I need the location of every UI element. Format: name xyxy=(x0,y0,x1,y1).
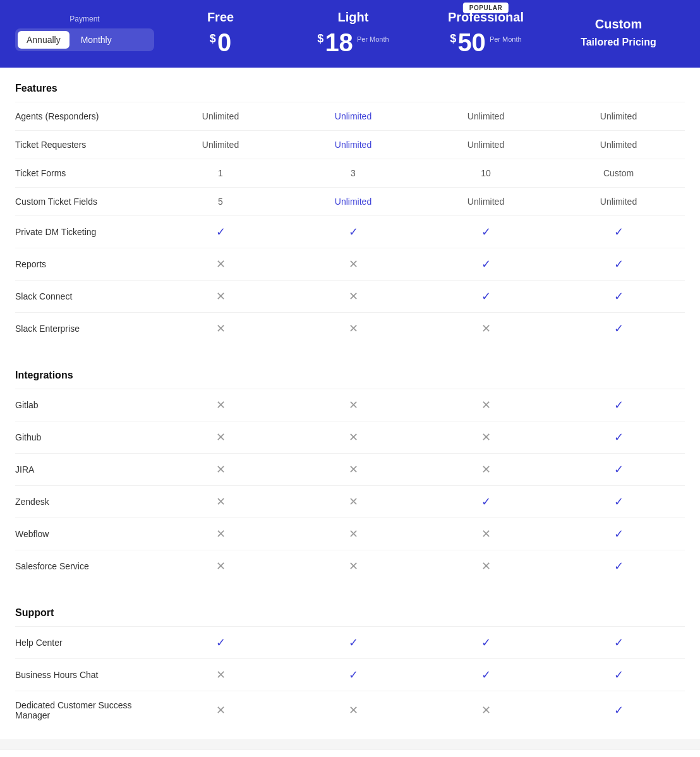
check-icon: ✓ xyxy=(614,495,624,509)
feature-cell: ✕ xyxy=(287,495,419,509)
feature-cell: ✕ xyxy=(154,322,287,336)
feature-row: Salesforce Service ✕ ✕ ✕ ✓ xyxy=(15,550,685,582)
payment-section: Payment Annually Monthly xyxy=(15,15,154,51)
feature-cell: ✕ xyxy=(419,559,552,573)
feature-value: Unlimited xyxy=(600,140,637,150)
feature-value: Unlimited xyxy=(335,111,371,121)
x-icon: ✕ xyxy=(481,703,491,717)
features-table: Features Agents (Responders) Unlimited U… xyxy=(0,68,700,739)
feature-cell: 5 xyxy=(154,197,287,207)
feature-cell: ✓ xyxy=(419,636,552,650)
feature-cell: ✓ xyxy=(287,225,419,239)
feature-value: 10 xyxy=(481,168,491,178)
x-icon: ✕ xyxy=(216,668,226,682)
feature-value: Unlimited xyxy=(468,197,504,207)
feature-row: Webflow ✕ ✕ ✕ ✓ xyxy=(15,518,685,550)
feature-cell: ✓ xyxy=(552,322,685,336)
check-icon: ✓ xyxy=(481,289,491,303)
section-support: Support xyxy=(15,592,685,626)
feature-cell: ✓ xyxy=(552,668,685,682)
feature-cell: ✓ xyxy=(552,703,685,717)
feature-cell: ✓ xyxy=(552,430,685,444)
check-icon: ✓ xyxy=(216,225,226,239)
check-icon: ✓ xyxy=(614,322,624,336)
x-icon: ✕ xyxy=(349,430,358,444)
feature-cell: ✓ xyxy=(552,289,685,303)
feature-name: Slack Enterprise xyxy=(15,324,154,334)
price-amount: 50 xyxy=(457,30,486,55)
x-icon: ✕ xyxy=(216,289,226,303)
feature-cell: ✕ xyxy=(287,703,419,717)
feature-cell: ✕ xyxy=(287,463,419,476)
feature-value: Unlimited xyxy=(335,197,371,207)
feature-name: Private DM Ticketing xyxy=(15,227,154,237)
payment-label: Payment xyxy=(15,15,154,23)
feature-cell: ✓ xyxy=(552,559,685,573)
x-icon: ✕ xyxy=(349,463,358,476)
check-icon: ✓ xyxy=(614,430,624,444)
feature-cell: Unlimited xyxy=(287,197,419,207)
feature-name: Webflow xyxy=(15,529,154,539)
price-amount: 0 xyxy=(217,30,231,55)
feature-cell: ✕ xyxy=(154,559,287,573)
section-title: Integrations xyxy=(15,354,154,389)
plan-header-light: Light $ 18 Per Month xyxy=(287,10,419,55)
feature-cell: Custom xyxy=(552,168,685,178)
x-icon: ✕ xyxy=(216,322,226,336)
feature-cell: ✕ xyxy=(154,257,287,271)
feature-row: Ticket Forms 1 3 10 Custom xyxy=(15,159,685,187)
section-spacer xyxy=(15,582,685,592)
feature-cell: ✕ xyxy=(154,398,287,412)
plan-price: $ 0 xyxy=(154,30,287,55)
feature-value: Unlimited xyxy=(600,111,637,121)
feature-row: Dedicated Customer Success Manager ✕ ✕ ✕… xyxy=(15,691,685,729)
section-spacer xyxy=(15,729,685,739)
price-dollar: $ xyxy=(210,32,216,45)
x-icon: ✕ xyxy=(216,430,226,444)
feature-row: Agents (Responders) Unlimited Unlimited … xyxy=(15,102,685,130)
feature-name: Slack Connect xyxy=(15,291,154,301)
feature-cell: ✕ xyxy=(419,322,552,336)
feature-cell: ✕ xyxy=(419,430,552,444)
feature-row: Slack Connect ✕ ✕ ✓ ✓ xyxy=(15,280,685,312)
feature-cell: ✓ xyxy=(154,636,287,650)
feature-row: Reports ✕ ✕ ✓ ✓ xyxy=(15,248,685,280)
feature-cell: Unlimited xyxy=(287,140,419,150)
feature-cell: ✓ xyxy=(419,495,552,509)
section-spacer xyxy=(15,344,685,354)
feature-cell: ✓ xyxy=(419,257,552,271)
monthly-toggle[interactable]: Monthly xyxy=(72,31,121,49)
price-dollar: $ xyxy=(450,32,456,45)
feature-name: Business Hours Chat xyxy=(15,670,154,680)
feature-row: Ticket Requesters Unlimited Unlimited Un… xyxy=(15,130,685,159)
check-icon: ✓ xyxy=(481,225,491,239)
x-icon: ✕ xyxy=(349,703,358,717)
check-icon: ✓ xyxy=(614,257,624,271)
feature-cell: Unlimited xyxy=(419,197,552,207)
feature-cell: ✓ xyxy=(552,225,685,239)
feature-name: Github xyxy=(15,432,154,442)
plan-custom-price: Tailored Pricing xyxy=(552,37,685,48)
section-title: Features xyxy=(15,68,154,102)
check-icon: ✓ xyxy=(614,703,624,717)
feature-name: Agents (Responders) xyxy=(15,111,154,121)
x-icon: ✕ xyxy=(349,398,358,412)
feature-value: 3 xyxy=(351,168,356,178)
x-icon: ✕ xyxy=(349,559,358,573)
feature-row: JIRA ✕ ✕ ✕ ✓ xyxy=(15,453,685,485)
check-icon: ✓ xyxy=(216,636,226,650)
x-icon: ✕ xyxy=(216,495,226,509)
plan-header-custom: CustomTailored Pricing xyxy=(552,17,685,48)
feature-value: Unlimited xyxy=(468,140,504,150)
feature-cell: ✕ xyxy=(287,289,419,303)
billing-toggle: Annually Monthly xyxy=(15,28,154,51)
annually-toggle[interactable]: Annually xyxy=(18,31,69,49)
x-icon: ✕ xyxy=(216,559,226,573)
check-icon: ✓ xyxy=(349,668,358,682)
check-icon: ✓ xyxy=(481,495,491,509)
feature-cell: ✕ xyxy=(419,527,552,541)
price-amount: 18 xyxy=(325,30,353,55)
feature-cell: ✕ xyxy=(419,463,552,476)
plan-price: $ 18 Per Month xyxy=(287,30,419,55)
feature-cell: Unlimited xyxy=(154,140,287,150)
